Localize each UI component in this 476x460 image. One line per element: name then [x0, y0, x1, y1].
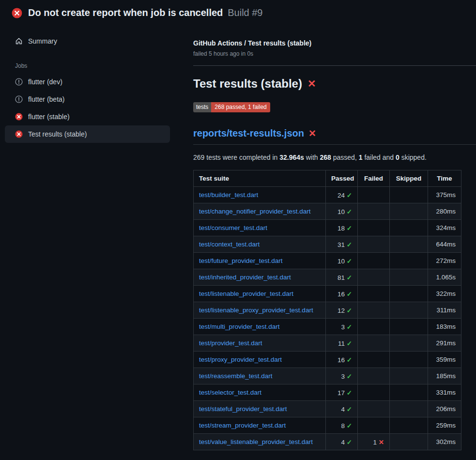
table-row: test/listenable_proxy_provider_test.dart…	[194, 302, 461, 319]
suite-link[interactable]: test/listenable_provider_test.dart	[199, 290, 293, 297]
failed-cell	[358, 319, 390, 335]
suite-cell: test/provider_test.dart	[194, 335, 326, 352]
table-row: test/change_notifier_provider_test.dart1…	[194, 203, 461, 220]
failed-cell	[358, 269, 390, 286]
suite-cell: test/listenable_provider_test.dart	[194, 286, 326, 302]
run-title: Do not create report when job is cancell…	[28, 7, 223, 18]
suite-cell: test/proxy_provider_test.dart	[194, 352, 326, 368]
failed-cell	[358, 236, 390, 253]
table-row: test/reassemble_test.dart3 ✓185ms	[194, 368, 461, 384]
suite-cell: test/inherited_provider_test.dart	[194, 269, 326, 286]
check-icon: ✓	[347, 274, 352, 281]
report-link[interactable]: reports/test-results.json	[193, 128, 304, 139]
sidebar-item-summary[interactable]: Summary	[5, 32, 170, 50]
tests-badge: tests 268 passed, 1 failed	[193, 102, 270, 112]
skipped-cell	[390, 335, 428, 352]
time-cell: 311ms	[428, 302, 461, 319]
suite-link[interactable]: test/context_test.dart	[199, 241, 260, 248]
suite-link[interactable]: test/builder_test.dart	[199, 191, 258, 199]
suite-link[interactable]: test/inherited_provider_test.dart	[199, 274, 291, 281]
sidebar-item-test-results-stable[interactable]: Test results (stable)	[5, 125, 170, 143]
passed-cell: 18 ✓	[326, 220, 358, 236]
table-row: test/context_test.dart31 ✓644ms	[194, 236, 461, 253]
failed-x-icon: ✕	[308, 128, 316, 139]
suite-link[interactable]: test/stream_provider_test.dart	[199, 422, 286, 429]
failed-cell	[358, 220, 390, 236]
build-number: Build #9	[228, 7, 262, 18]
suite-link[interactable]: test/value_listenable_provider_test.dart	[199, 438, 313, 445]
suite-link[interactable]: test/future_provider_test.dart	[199, 257, 283, 264]
time-cell: 259ms	[428, 417, 461, 434]
failed-cell	[358, 203, 390, 220]
time-cell: 302ms	[428, 434, 461, 450]
suite-link[interactable]: test/listenable_proxy_provider_test.dart	[199, 307, 313, 314]
check-icon: ✓	[347, 439, 352, 446]
failed-cell	[358, 417, 390, 434]
jobs-list: flutter (dev)flutter (beta)flutter (stab…	[5, 73, 170, 143]
results-table: Test suitePassedFailedSkippedTime test/b…	[193, 170, 461, 450]
suite-link[interactable]: test/multi_provider_test.dart	[199, 323, 280, 330]
skipped-cell	[390, 236, 428, 253]
failed-cell	[358, 187, 390, 203]
sidebar-item-flutter-dev[interactable]: flutter (dev)	[5, 73, 170, 91]
results-table-head: Test suitePassedFailedSkippedTime	[194, 170, 461, 187]
skipped-cell	[390, 203, 428, 220]
job-label: flutter (stable)	[28, 113, 70, 121]
sidebar-item-flutter-stable[interactable]: flutter (stable)	[5, 108, 170, 125]
suite-cell: test/stream_provider_test.dart	[194, 417, 326, 434]
suite-link[interactable]: test/proxy_provider_test.dart	[199, 356, 282, 363]
table-row: test/stream_provider_test.dart8 ✓259ms	[194, 417, 461, 434]
passed-cell: 8 ✓	[326, 417, 358, 434]
table-row: test/selector_test.dart17 ✓331ms	[194, 384, 461, 401]
sidebar-item-flutter-beta[interactable]: flutter (beta)	[5, 91, 170, 108]
skipped-cell	[390, 384, 428, 401]
table-row: test/inherited_provider_test.dart81 ✓1.0…	[194, 269, 461, 286]
time-cell: 206ms	[428, 401, 461, 417]
check-icon: ✓	[347, 422, 352, 429]
failed-status-icon	[15, 130, 23, 138]
suite-link[interactable]: test/provider_test.dart	[199, 339, 262, 347]
passed-cell: 10 ✓	[326, 253, 358, 269]
failed-cell	[358, 253, 390, 269]
time-cell: 272ms	[428, 253, 461, 269]
failed-x-icon: ✕	[307, 78, 316, 90]
suite-link[interactable]: test/consumer_test.dart	[199, 224, 267, 231]
cross-icon: ✕	[379, 439, 384, 446]
summary-failed-count: 1	[359, 153, 363, 161]
failed-cell	[358, 286, 390, 302]
failed-cell	[358, 401, 390, 417]
results-table-body: test/builder_test.dart24 ✓375mstest/chan…	[194, 187, 461, 450]
passed-cell: 3 ✓	[326, 319, 358, 335]
passed-cell: 16 ✓	[326, 352, 358, 368]
suite-link[interactable]: test/change_notifier_provider_test.dart	[199, 208, 310, 215]
summary-passed-count: 268	[320, 153, 331, 161]
skipped-cell	[390, 302, 428, 319]
job-label: flutter (dev)	[28, 78, 62, 86]
skipped-cell	[390, 352, 428, 368]
suite-cell: test/listenable_proxy_provider_test.dart	[194, 302, 326, 319]
column-header-passed: Passed	[326, 170, 358, 187]
suite-link[interactable]: test/stateful_provider_test.dart	[199, 405, 287, 413]
column-header-skipped: Skipped	[390, 170, 428, 187]
time-cell: 280ms	[428, 203, 461, 220]
suite-cell: test/reassemble_test.dart	[194, 368, 326, 384]
failed-cell	[358, 302, 390, 319]
table-row: test/value_listenable_provider_test.dart…	[194, 434, 461, 450]
failed-cell	[358, 335, 390, 352]
check-icon: ✓	[347, 340, 352, 347]
suite-link[interactable]: test/reassemble_test.dart	[199, 372, 273, 380]
table-row: test/provider_test.dart11 ✓291ms	[194, 335, 461, 352]
summary-line: 269 tests were completed in 32.964s with…	[193, 153, 476, 161]
check-icon: ✓	[347, 356, 352, 364]
job-label: Test results (stable)	[28, 130, 87, 138]
passed-cell: 4 ✓	[326, 434, 358, 450]
check-icon: ✓	[347, 291, 352, 298]
section-heading: Test results (stable) ✕	[193, 77, 476, 91]
skipped-cell	[390, 417, 428, 434]
table-row: test/future_provider_test.dart10 ✓272ms	[194, 253, 461, 269]
passed-cell: 31 ✓	[326, 236, 358, 253]
check-icon: ✓	[347, 406, 352, 413]
suite-link[interactable]: test/selector_test.dart	[199, 389, 261, 396]
suite-cell: test/builder_test.dart	[194, 187, 326, 203]
skipped-cell	[390, 434, 428, 450]
